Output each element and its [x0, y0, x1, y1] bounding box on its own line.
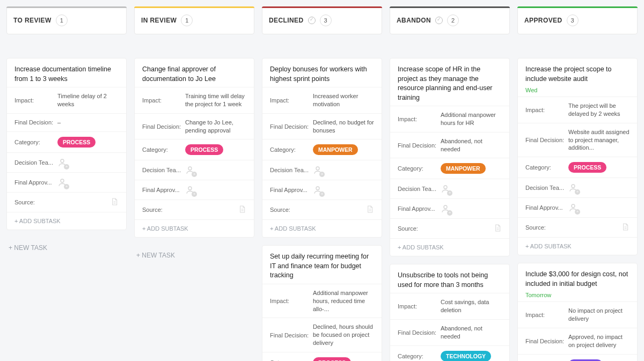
- source-field[interactable]: Source:: [518, 217, 637, 237]
- final-decision-field[interactable]: Final Decision:Declined, hours should be…: [262, 318, 382, 352]
- final-decision-field[interactable]: Final Decision:–: [7, 113, 126, 131]
- document-icon[interactable]: [238, 205, 246, 215]
- impact-field[interactable]: Impact:Additional manpower hours for HR: [390, 106, 509, 132]
- field-value: Additional manpower hours, reduced time …: [313, 289, 374, 313]
- add-person-icon[interactable]: [568, 183, 578, 193]
- final-decision-field[interactable]: Final Decision:Approved, no impact on pr…: [518, 328, 637, 354]
- task-card[interactable]: Increase the project scope to include we…: [517, 58, 638, 255]
- column-header[interactable]: APPROVED3: [517, 6, 638, 34]
- task-card[interactable]: Include $3,000 for design cost, not in­c…: [517, 263, 638, 361]
- category-tag[interactable]: PROCESS: [185, 144, 223, 155]
- source-field[interactable]: Source:: [7, 192, 126, 212]
- task-card[interactable]: Increase documentation timeline from 1 t…: [6, 58, 127, 230]
- add-person-icon[interactable]: [568, 203, 578, 212]
- final-approver-field[interactable]: Final Approv...: [135, 180, 254, 200]
- category-tag[interactable]: PROCESS: [313, 357, 351, 361]
- task-title[interactable]: Increase scope of HR in the project as t…: [390, 58, 509, 106]
- task-card[interactable]: Unsubscribe to tools not being used for …: [390, 264, 510, 361]
- field-label: Source:: [398, 225, 441, 232]
- decision-team-field[interactable]: Decision Tea...: [390, 179, 509, 198]
- task-title[interactable]: Change final approver of documenta­tion …: [135, 58, 254, 87]
- final-decision-field[interactable]: Final Decision:Change to Jo Lee, pending…: [135, 113, 254, 139]
- add-person-icon[interactable]: [441, 204, 450, 213]
- category-field[interactable]: Category:PROCESS: [262, 352, 382, 361]
- decision-team-field[interactable]: Decision Tea...: [7, 152, 126, 172]
- impact-field[interactable]: Impact:Training time will delay the proj…: [135, 87, 254, 113]
- task-date: Wed: [518, 87, 637, 97]
- add-person-icon[interactable]: [57, 178, 67, 187]
- source-field[interactable]: Source:: [390, 218, 509, 238]
- add-subtask-button[interactable]: + ADD SUBTASK: [135, 219, 254, 237]
- category-tag[interactable]: MANPOWER: [313, 144, 358, 155]
- add-subtask-button[interactable]: + ADD SUBTASK: [262, 219, 382, 237]
- decision-team-field[interactable]: Decision Tea...: [518, 178, 637, 197]
- decision-team-field[interactable]: Decision Tea...: [262, 160, 382, 180]
- new-task-button[interactable]: + NEW TASK: [134, 245, 254, 266]
- column-title: TO REVIEW: [13, 17, 52, 24]
- column-header[interactable]: ABANDON2: [390, 6, 510, 34]
- category-field[interactable]: Category:BUDGET: [518, 354, 637, 361]
- field-value: Approved, no impact on project delivery: [568, 333, 630, 349]
- task-title[interactable]: Increase the project scope to include we…: [518, 58, 637, 87]
- impact-field[interactable]: Impact:Additional manpower hours, reduce…: [262, 284, 382, 318]
- task-title[interactable]: Increase documentation timeline from 1 t…: [7, 58, 126, 87]
- impact-field[interactable]: Impact:Cost savings, data deletion: [390, 293, 509, 319]
- add-person-icon[interactable]: [57, 158, 67, 167]
- task-title[interactable]: Include $3,000 for design cost, not in­c…: [518, 263, 637, 292]
- field-label: Source:: [525, 224, 568, 231]
- category-field[interactable]: Category:PROCESS: [518, 157, 637, 178]
- final-decision-field[interactable]: Final Decision:Declined, no budget for b…: [262, 113, 382, 139]
- column-count: 3: [320, 14, 332, 26]
- column-header[interactable]: TO REVIEW1: [6, 6, 127, 34]
- category-field[interactable]: Category:MANPOWER: [390, 158, 509, 179]
- task-title[interactable]: Unsubscribe to tools not being used for …: [390, 264, 509, 293]
- task-card[interactable]: Increase scope of HR in the project as t…: [390, 58, 510, 256]
- column-header[interactable]: DECLINED3: [262, 6, 382, 34]
- document-icon[interactable]: [493, 224, 502, 233]
- category-tag[interactable]: PROCESS: [57, 137, 96, 148]
- impact-field[interactable]: Impact:Timeline delay of 2 weeks: [7, 87, 126, 113]
- category-tag[interactable]: TECHNOLOGY: [441, 351, 491, 361]
- source-field[interactable]: Source:: [262, 200, 382, 219]
- document-icon[interactable]: [621, 223, 630, 232]
- impact-field[interactable]: Impact:The project will be delayed by 2 …: [518, 97, 637, 123]
- document-icon[interactable]: [365, 205, 374, 215]
- impact-field[interactable]: Impact:No impact on project delivery: [518, 301, 637, 328]
- add-subtask-button[interactable]: + ADD SUBTASK: [518, 237, 637, 255]
- final-decision-field[interactable]: Final Decision:Website audit assigned to…: [518, 123, 637, 157]
- add-person-icon[interactable]: [313, 165, 323, 175]
- add-person-icon[interactable]: [185, 165, 195, 175]
- task-card[interactable]: Deploy bonuses for workers with high­est…: [262, 58, 382, 238]
- decision-team-field[interactable]: Decision Tea...: [135, 160, 254, 180]
- add-subtask-button[interactable]: + ADD SUBTASK: [7, 212, 126, 230]
- source-field[interactable]: Source:: [135, 200, 254, 219]
- category-field[interactable]: Category:TECHNOLOGY: [390, 345, 509, 361]
- final-decision-field[interactable]: Final Decision:Abandoned, not needed: [390, 132, 509, 158]
- task-card[interactable]: Set up daily recurring meeting for IT an…: [262, 245, 382, 361]
- category-tag[interactable]: MANPOWER: [441, 163, 486, 174]
- field-value: Declined, no budget for bonuses: [313, 119, 374, 135]
- add-person-icon[interactable]: [441, 184, 450, 194]
- field-label: Impact:: [270, 298, 313, 304]
- add-person-icon[interactable]: [185, 185, 195, 195]
- category-tag[interactable]: PROCESS: [568, 162, 606, 173]
- add-subtask-button[interactable]: + ADD SUBTASK: [390, 238, 509, 256]
- final-approver-field[interactable]: Final Approv...: [518, 197, 637, 217]
- add-person-icon[interactable]: [313, 185, 323, 195]
- final-approver-field[interactable]: Final Approv...: [7, 172, 126, 192]
- new-task-button[interactable]: + NEW TASK: [6, 238, 127, 258]
- final-approver-field[interactable]: Final Approv...: [262, 180, 382, 200]
- category-field[interactable]: Category:PROCESS: [7, 131, 126, 152]
- final-approver-field[interactable]: Final Approv...: [390, 198, 509, 218]
- task-title[interactable]: Deploy bonuses for workers with high­est…: [262, 58, 382, 87]
- column-header[interactable]: IN REVIEW1: [134, 6, 254, 34]
- category-field[interactable]: Category:PROCESS: [135, 139, 254, 160]
- final-decision-field[interactable]: Final Decision:Abandoned, not needed: [390, 319, 509, 345]
- task-card[interactable]: Change final approver of documenta­tion …: [134, 58, 254, 238]
- field-label: Category:: [398, 353, 441, 359]
- task-title[interactable]: Set up daily recurring meeting for IT an…: [262, 246, 382, 284]
- impact-field[interactable]: Impact:Increased worker motivation: [262, 87, 382, 113]
- category-tag[interactable]: BUDGET: [568, 359, 603, 361]
- document-icon[interactable]: [110, 197, 119, 207]
- category-field[interactable]: Category:MANPOWER: [262, 139, 382, 160]
